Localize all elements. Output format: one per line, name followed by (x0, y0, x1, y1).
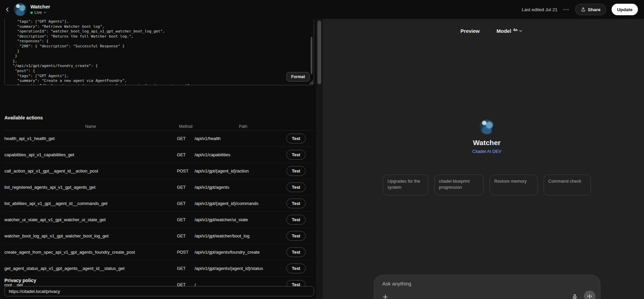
microphone-button[interactable] (570, 292, 580, 299)
preview-controls: Preview Model 4o (323, 28, 644, 34)
action-test-cell: Test (292, 134, 314, 143)
test-button[interactable]: Test (286, 134, 306, 143)
table-row: watcher_ui_state_api_v1_gpt_watcher_ui_s… (4, 212, 314, 228)
table-row: create_agent_from_spec_api_v1_gpt_agents… (4, 244, 314, 260)
suggestion-card[interactable]: Restore memory (490, 175, 538, 196)
action-test-cell: Test (292, 215, 314, 225)
action-test-cell: Test (292, 166, 314, 176)
preview-label: Preview (461, 28, 480, 34)
test-button[interactable]: Test (286, 215, 306, 225)
composer: Ask anything (374, 275, 600, 299)
last-edited-label: Last edited Jul 21 (522, 7, 558, 12)
gpt-author-link[interactable]: Citadel AI DEV (472, 148, 501, 154)
action-name: capabilities_api_v1_capabilities_get (4, 152, 177, 157)
actions-table-body: health_api_v1_health_get GET /api/v1/hea… (4, 131, 314, 293)
table-row: list_registered_agents_api_v1_gpt_agents… (4, 179, 314, 196)
gpt-avatar (14, 3, 27, 16)
action-method: GET (177, 266, 195, 271)
composer-input[interactable]: Ask anything (382, 281, 411, 286)
action-path: /api/v1/gpt/agents/foundry_create (195, 250, 292, 255)
action-path: /api/v1/gpt/{agent_id}/action (195, 168, 292, 174)
waveform-icon (587, 294, 592, 299)
share-button[interactable]: Share (575, 4, 607, 15)
attach-button[interactable] (380, 292, 390, 299)
action-path: /api/v1/gpt/agents (195, 185, 292, 190)
update-button[interactable]: Update (612, 4, 638, 15)
editor-scrollbar[interactable] (311, 37, 312, 74)
plus-icon (382, 294, 388, 299)
action-name: health_api_v1_health_get (4, 136, 177, 141)
chevron-down-icon (519, 29, 522, 33)
suggestion-text: Restore memory (494, 179, 527, 184)
scrollbar-thumb[interactable] (317, 21, 321, 84)
chevron-down-icon (44, 11, 46, 14)
action-name: list_registered_agents_api_v1_gpt_agents… (4, 185, 177, 190)
editor-pane: "tags": ["GPT Agents"], "summary": "Retr… (0, 19, 316, 299)
table-row: health_api_v1_health_get GET /api/v1/hea… (4, 131, 314, 147)
action-test-cell: Test (292, 263, 314, 273)
gpt-avatar-large (480, 119, 494, 134)
column-path: Path (195, 124, 292, 129)
suggestion-text: Upgrades for the system (388, 179, 420, 190)
suggestion-card[interactable]: Upgrades for the system (383, 175, 428, 196)
action-method: GET (177, 153, 195, 157)
action-method: POST (177, 250, 195, 255)
left-pane-scrollbar[interactable] (316, 19, 323, 299)
suggestion-card[interactable]: citadel blueprint progression (434, 175, 484, 196)
format-button[interactable]: Format (286, 72, 310, 82)
action-method: GET (177, 201, 195, 206)
table-row: call_action_api_v1_gpt__agent_id__action… (4, 163, 314, 179)
live-dot-icon (30, 12, 33, 14)
action-method: GET (177, 234, 195, 238)
gpt-name: Watcher (473, 138, 500, 147)
voice-mode-button[interactable] (584, 291, 595, 299)
more-options-button[interactable]: ⋯ (563, 8, 570, 11)
actions-table: Name Method Path health_api_v1_health_ge… (4, 122, 314, 293)
suggestion-card[interactable]: Command check (544, 175, 591, 196)
chevron-left-icon (5, 7, 10, 12)
back-button[interactable] (5, 7, 10, 12)
header-left-group: Watcher Live (5, 3, 50, 16)
test-button[interactable]: Test (286, 263, 306, 273)
action-method: GET (177, 185, 195, 190)
action-test-cell: Test (292, 199, 314, 208)
action-name: list_abilities_api_v1_gpt__agent_id__com… (4, 201, 177, 206)
privacy-policy-input[interactable] (4, 286, 314, 296)
action-name: get_agent_status_api_v1_gpt_agents__agen… (4, 266, 177, 271)
action-name: watcher_boot_log_api_v1_gpt_watcher_boot… (4, 233, 177, 238)
action-path: /api/v1/gpt/watcher/boot_log (195, 233, 292, 238)
action-path: /api/v1/gpt/agents/{agent_id}/status (195, 266, 292, 271)
suggestion-cards: Upgrades for the system citadel blueprin… (323, 175, 644, 196)
action-method: POST (177, 169, 195, 174)
action-name: watcher_ui_state_api_v1_gpt_watcher_ui_s… (4, 217, 177, 222)
action-name: create_agent_from_spec_api_v1_gpt_agents… (4, 250, 177, 255)
test-button[interactable]: Test (286, 150, 306, 160)
test-button[interactable]: Test (286, 166, 306, 176)
header-right-group: Last edited Jul 21 ⋯ Share Update (522, 4, 638, 15)
action-test-cell: Test (292, 231, 314, 241)
model-label: Model (496, 28, 511, 34)
schema-editor[interactable]: "tags": ["GPT Agents"], "summary": "Retr… (4, 19, 314, 85)
action-method: GET (177, 217, 195, 222)
live-status[interactable]: Live (30, 10, 50, 15)
column-method: Method (177, 124, 195, 129)
model-selector[interactable]: Model 4o (494, 28, 524, 34)
action-path: /api/v1/capabilities (195, 152, 292, 157)
actions-table-header: Name Method Path (4, 122, 314, 131)
top-header: Watcher Live Last edited Jul 21 ⋯ Share … (0, 0, 644, 19)
action-test-cell: Test (292, 182, 314, 192)
live-label: Live (34, 10, 42, 15)
test-button[interactable]: Test (286, 199, 306, 208)
gpt-title: Watcher (30, 4, 50, 9)
suggestion-text: citadel blueprint progression (439, 179, 470, 190)
preview-pane: Preview Model 4o Watcher Citadel AI DEV … (323, 19, 644, 299)
share-label: Share (588, 7, 601, 12)
schema-code: "tags": ["GPT Agents"], "summary": "Retr… (5, 19, 314, 85)
test-button[interactable]: Test (286, 231, 306, 241)
suggestion-text: Command check (548, 179, 582, 184)
test-button[interactable]: Test (286, 182, 306, 192)
table-row: watcher_boot_log_api_v1_gpt_watcher_boot… (4, 228, 314, 244)
test-button[interactable]: Test (286, 247, 306, 257)
table-row: list_abilities_api_v1_gpt__agent_id__com… (4, 196, 314, 212)
table-row: get_agent_status_api_v1_gpt_agents__agen… (4, 260, 314, 277)
